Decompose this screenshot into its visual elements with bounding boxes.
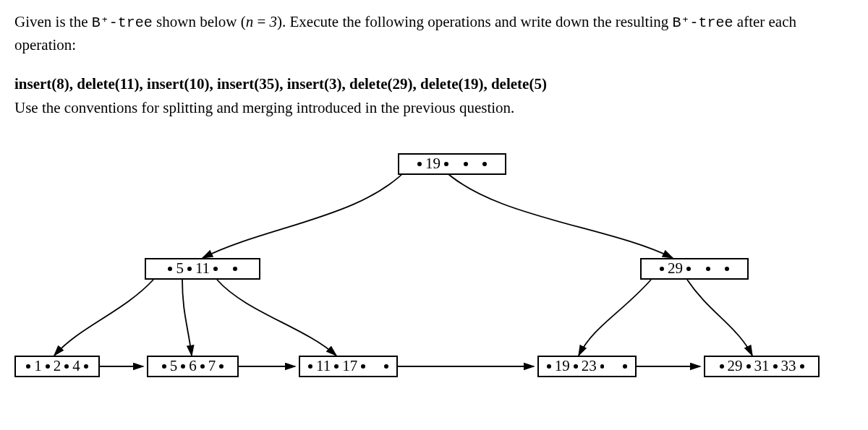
operations-list: insert(8), delete(11), insert(10), inser… — [14, 75, 854, 93]
leaf-node-0: 124 — [14, 356, 100, 377]
leaf2-k1: 17 — [342, 357, 357, 375]
leaf0-k0: 1 — [34, 357, 42, 375]
internal-node-left: 511 — [145, 258, 260, 280]
intro-eq: = — [253, 13, 269, 30]
intl-key-0: 5 — [176, 259, 184, 278]
leaf0-k2: 4 — [72, 357, 80, 375]
leaf3-k0: 19 — [555, 357, 570, 375]
leaf-node-1: 567 — [147, 356, 239, 377]
leaf0-k1: 2 — [54, 357, 61, 375]
leaf4-k0: 29 — [728, 357, 743, 375]
leaf3-k1: 23 — [582, 357, 597, 375]
convention-note: Use the conventions for splitting and me… — [14, 99, 854, 117]
intro-mid1: shown below ( — [153, 13, 246, 30]
root-node: 19 — [398, 153, 506, 175]
problem-intro: Given is the B⁺-tree shown below (n = 3)… — [14, 11, 854, 57]
root-key-0: 19 — [425, 155, 441, 173]
btree-term: B⁺-tree — [92, 14, 153, 31]
n-val: 3 — [270, 13, 278, 30]
intro-mid2: ). Execute the following operations and … — [277, 13, 672, 30]
internal-node-right: 29 — [640, 258, 749, 280]
leaf-node-2: 1117 — [299, 356, 398, 377]
leaf2-k0: 11 — [316, 357, 331, 375]
leaf1-k1: 6 — [189, 357, 197, 375]
leaf4-k1: 31 — [754, 357, 770, 375]
btree-term2: B⁺-tree — [673, 14, 733, 31]
n-var: n — [246, 13, 254, 30]
leaf-node-4: 293133 — [704, 356, 820, 377]
btree-diagram: 19 511 29 124 567 1117 1923 293133 — [14, 139, 854, 392]
leaf1-k2: 7 — [208, 357, 216, 375]
leaf4-k2: 33 — [781, 357, 796, 375]
intro-prefix: Given is the — [14, 13, 92, 30]
leaf-node-3: 1923 — [537, 356, 637, 377]
leaf1-k0: 5 — [170, 357, 178, 375]
intr-key-0: 29 — [668, 259, 683, 278]
intl-key-1: 11 — [195, 259, 210, 278]
